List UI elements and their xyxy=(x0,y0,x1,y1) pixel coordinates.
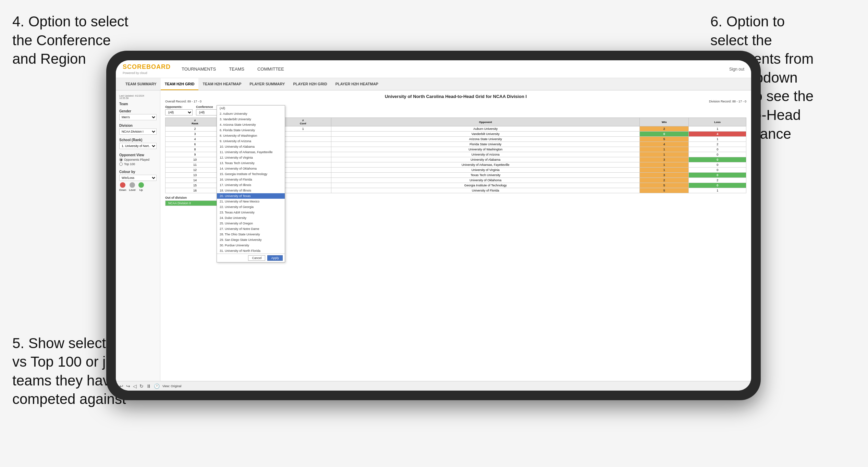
dropdown-item-31[interactable]: 31. University of North Florida xyxy=(217,248,285,254)
col-rank: #Rank xyxy=(166,118,225,126)
tab-player-h2h-grid[interactable]: PLAYER H2H GRID xyxy=(289,78,331,90)
tab-team-summary[interactable]: TEAM SUMMARY xyxy=(121,78,161,90)
dropdown-item-27[interactable]: 27. University of Notre Dame xyxy=(217,226,285,232)
loss-cell: 1 xyxy=(689,137,746,142)
radio-dot-opponents xyxy=(119,158,123,161)
undo-button[interactable]: ↩ xyxy=(119,383,123,389)
dropdown-item-22[interactable]: 22. University of Georgia xyxy=(217,204,285,210)
legend-level-label: Level xyxy=(129,188,135,192)
colour-section: Colour by Win/Loss Down Level xyxy=(119,170,157,192)
dropdown-item-10[interactable]: 10. University of Alabama xyxy=(217,144,285,149)
win-cell: 5 xyxy=(640,137,689,142)
report-title: University of North Carolina Head-to-Hea… xyxy=(165,94,746,99)
dropdown-item-16[interactable]: 16. University of Florida xyxy=(217,177,285,182)
loss-cell: 4 xyxy=(689,132,746,137)
rank-cell: 11 xyxy=(166,162,225,168)
dropdown-item-15[interactable]: 15. Georgia Institute of Technology xyxy=(217,171,285,177)
tab-player-h2h-heatmap[interactable]: PLAYER H2H HEATMAP xyxy=(331,78,382,90)
dropdown-item-21[interactable]: 21. University of New Mexico xyxy=(217,199,285,204)
refresh-button[interactable]: ↻ xyxy=(139,383,144,389)
dropdown-item-5[interactable]: 6. Florida State University xyxy=(217,127,285,133)
dropdown-item-9[interactable]: 9. University of Arizona xyxy=(217,138,285,144)
rank-cell: 2 xyxy=(166,126,225,132)
top-navigation: SCOREBOARD Powered by cloud TOURNAMENTS … xyxy=(116,60,751,78)
dropdown-item-24[interactable]: 24. Duke University xyxy=(217,215,285,221)
dropdown-item-28[interactable]: 28. The Ohio State University xyxy=(217,232,285,237)
bottom-toolbar: ↩ ↪ ◁ ↻ ⏸ 🕐 View: Original xyxy=(116,381,751,391)
nav-committee[interactable]: COMMITTEE xyxy=(256,66,285,72)
radio-opponents-played[interactable]: Opponents Played xyxy=(119,158,157,161)
nav-teams[interactable]: TEAMS xyxy=(228,66,246,72)
loss-cell: 2 xyxy=(689,142,746,147)
dropdown-item-4[interactable]: 4. Arizona State University xyxy=(217,122,285,127)
win-cell: 2 xyxy=(640,178,689,183)
dropdown-item-11[interactable]: 11. University of Arkansas, Fayetteville xyxy=(217,149,285,155)
opponent-cell: Georgia Institute of Technology xyxy=(331,183,640,188)
colour-select[interactable]: Win/Loss xyxy=(119,175,157,181)
col-loss: Loss xyxy=(689,118,746,126)
apply-button[interactable]: Apply xyxy=(267,255,283,261)
opponents-filter: Opponents: (All) xyxy=(165,105,193,115)
dropdown-item-23[interactable]: 23. Texas A&M University xyxy=(217,210,285,215)
dropdown-item-29[interactable]: 29. San Diego State University xyxy=(217,237,285,243)
division-record: Division Record: 88 - 17 - 0 xyxy=(709,100,746,103)
dropdown-item-2[interactable]: 2. Auburn University xyxy=(217,111,285,116)
tab-player-summary[interactable]: PLAYER SUMMARY xyxy=(245,78,289,90)
legend-level: Level xyxy=(129,182,135,192)
opponent-dropdown: (All) 2. Auburn University 3. Vanderbilt… xyxy=(217,105,285,262)
opponent-cell: Auburn University xyxy=(331,126,640,132)
dropdown-item-8[interactable]: 8. University of Washington xyxy=(217,133,285,138)
opponent-view-label: Opponent View xyxy=(119,153,157,157)
win-cell: 1 xyxy=(640,162,689,168)
dropdown-item-20[interactable]: 20. University of Texas xyxy=(217,193,285,199)
logo-subtitle: Powered by cloud xyxy=(123,71,162,75)
legend-up-circle xyxy=(138,182,144,188)
clock-button[interactable]: 🕐 xyxy=(154,383,160,389)
dropdown-item-all[interactable]: (All) xyxy=(217,106,285,111)
win-cell: 0 xyxy=(640,132,689,137)
opponent-cell: Florida State University xyxy=(331,142,640,147)
legend-level-circle xyxy=(130,182,135,188)
secondary-navigation: TEAM SUMMARY TEAM H2H GRID TEAM H2H HEAT… xyxy=(116,78,751,90)
dropdown-item-12[interactable]: 12. University of Virginia xyxy=(217,155,285,160)
win-cell: 4 xyxy=(640,142,689,147)
rank-cell: 10 xyxy=(166,157,225,162)
gender-label: Gender xyxy=(119,109,157,113)
loss-cell: 0 xyxy=(689,152,746,157)
tablet-screen: SCOREBOARD Powered by cloud TOURNAMENTS … xyxy=(116,60,751,391)
opponent-cell: Texas Tech University xyxy=(331,173,640,178)
school-section: School (Rank) 1. University of Nort... xyxy=(119,138,157,149)
loss-cell: 0 xyxy=(689,173,746,178)
app-screen: SCOREBOARD Powered by cloud TOURNAMENTS … xyxy=(116,60,751,391)
data-area: University of North Carolina Head-to-Hea… xyxy=(160,90,751,381)
tab-team-h2h-heatmap[interactable]: TEAM H2H HEATMAP xyxy=(198,78,245,90)
tab-team-h2h-grid[interactable]: TEAM H2H GRID xyxy=(161,78,199,90)
dropdown-item-18[interactable]: 18. University of Illinois xyxy=(217,188,285,193)
pause-button[interactable]: ⏸ xyxy=(146,383,151,389)
nav-tournaments[interactable]: TOURNAMENTS xyxy=(180,66,217,72)
dropdown-item-14[interactable]: 14. University of Oklahoma xyxy=(217,166,285,171)
dropdown-item-30[interactable]: 30. Purdue University xyxy=(217,243,285,248)
redo-button[interactable]: ↪ xyxy=(126,383,130,389)
dropdown-actions: Cancel Apply xyxy=(217,254,285,262)
dropdown-item-13[interactable]: 13. Texas Tech University xyxy=(217,160,285,166)
col-opponent: Opponent xyxy=(331,118,640,126)
dropdown-item-25[interactable]: 25. University of Oregon xyxy=(217,221,285,226)
back-button[interactable]: ◁ xyxy=(133,383,137,389)
division-select[interactable]: NCAA Division I xyxy=(119,128,157,135)
cancel-button[interactable]: Cancel xyxy=(248,255,265,261)
rank-cell: 3 xyxy=(166,132,225,137)
team-section: Team xyxy=(119,102,157,106)
gender-select[interactable]: Men's xyxy=(119,114,157,120)
radio-top100[interactable]: Top 100 xyxy=(119,162,157,166)
legend-down-circle xyxy=(120,182,125,188)
sidebar: Last Updated: 4/1/2024 16:55:38 Team Gen… xyxy=(116,90,160,381)
sign-out[interactable]: Sign out xyxy=(729,67,744,72)
dropdown-item-3[interactable]: 3. Vanderbilt University xyxy=(217,116,285,122)
view-label: View: Original xyxy=(162,384,181,388)
school-select[interactable]: 1. University of Nort... xyxy=(119,143,157,149)
win-cell: 3 xyxy=(640,173,689,178)
opponents-select[interactable]: (All) xyxy=(165,109,193,115)
legend-up-label: Up xyxy=(139,188,143,192)
dropdown-item-17[interactable]: 17. University of Illinois xyxy=(217,182,285,188)
